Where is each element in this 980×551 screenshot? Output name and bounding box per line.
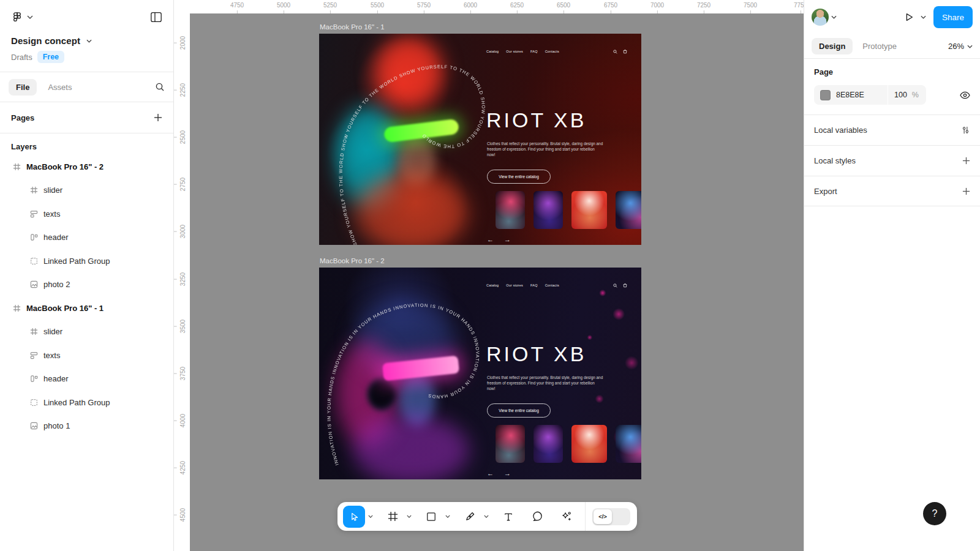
nav-link-our-stores: Our stores: [506, 50, 523, 53]
dashed-square-icon: [29, 398, 38, 407]
present-chevron-icon[interactable]: [921, 15, 926, 19]
nav-link-faq: FAQ: [530, 283, 538, 287]
figma-logo-icon[interactable]: [11, 11, 23, 23]
design-frame-2[interactable]: MacBook Pro 16" - 2 INNOVATION IS IN YOU…: [319, 268, 641, 479]
add-export-icon[interactable]: [962, 187, 970, 195]
nav-link-catalog: Catalog: [486, 50, 499, 53]
layer-row-header[interactable]: header: [0, 226, 173, 250]
hero-cta-button: View the entire catalog: [487, 170, 551, 184]
avatar[interactable]: [812, 9, 829, 26]
add-page-icon[interactable]: [154, 113, 162, 122]
hero-cart-icon: [623, 283, 627, 288]
breadcrumb-drafts[interactable]: Drafts: [11, 53, 32, 62]
layers-header: Layers: [0, 133, 173, 155]
slider-thumbnail: [571, 425, 607, 463]
hero-description: Clothes that reflect your personality. B…: [487, 375, 603, 392]
slider-thumbnails: [496, 425, 641, 463]
layer-row-photo-2[interactable]: photo 2: [0, 273, 173, 297]
variables-sliders-icon[interactable]: [961, 126, 970, 135]
jacket-glow: [353, 416, 469, 479]
tab-design[interactable]: Design: [812, 38, 853, 54]
local-styles-row[interactable]: Local styles: [804, 145, 980, 176]
layer-row-frame-2[interactable]: MacBook Pro 16" - 2: [0, 155, 173, 179]
help-button[interactable]: ?: [923, 502, 946, 525]
account-chevron-icon[interactable]: [831, 15, 837, 19]
tab-prototype[interactable]: Prototype: [855, 38, 904, 54]
page-color-swatch[interactable]: [820, 90, 831, 100]
page-section-title: Page: [814, 67, 970, 77]
visibility-eye-icon[interactable]: [960, 91, 970, 99]
arrow-left-icon: ←: [487, 236, 494, 243]
search-icon[interactable]: [155, 82, 165, 92]
horizontal-ruler: 4750 5000 5250 5500 5750 6000 6250 6500 …: [174, 0, 804, 13]
shape-tool-chevron-icon[interactable]: [443, 506, 452, 528]
slider-thumbnail: [571, 191, 607, 229]
file-menu-chevron-icon[interactable]: [86, 39, 92, 43]
plan-badge[interactable]: Free: [37, 51, 64, 63]
move-tool-button[interactable]: [343, 506, 365, 528]
dashed-square-icon: [29, 257, 38, 265]
toggle-sidebar-icon[interactable]: [150, 12, 162, 23]
page-color-hex[interactable]: 8E8E8E: [836, 91, 864, 99]
chevron-down-icon[interactable]: [27, 15, 33, 19]
slider-arrows: ← →: [487, 470, 511, 477]
left-sidebar: Design concept Drafts Free File Assets P…: [0, 0, 174, 551]
image-icon: [29, 280, 38, 289]
design-frame-1[interactable]: MacBook Pro 16" - 1 SHOW YOURSELF TO THE…: [319, 34, 641, 245]
frame-label[interactable]: MacBook Pro 16" - 1: [320, 23, 385, 31]
add-style-icon[interactable]: [962, 157, 970, 165]
layer-row-texts[interactable]: texts: [0, 343, 173, 367]
page-opacity-value[interactable]: 100: [894, 91, 907, 99]
hero-search-icon: [613, 283, 617, 288]
tab-assets[interactable]: Assets: [40, 79, 79, 96]
rows-icon: [29, 351, 38, 359]
export-row[interactable]: Export: [804, 176, 980, 206]
page-color-field[interactable]: 8E8E8E 100 %: [814, 85, 926, 105]
hero-title: RIOT XB: [486, 342, 586, 366]
layer-row-linked-path-group[interactable]: Linked Path Group: [0, 249, 173, 273]
layer-row-photo-1[interactable]: photo 1: [0, 414, 173, 438]
shape-tool-button[interactable]: [420, 506, 442, 528]
move-tool-chevron-icon[interactable]: [366, 506, 375, 528]
layer-row-slider[interactable]: slider: [0, 320, 173, 344]
nav-link-our-stores: Our stores: [506, 283, 523, 287]
frame-tool-chevron-icon[interactable]: [405, 506, 413, 528]
hero-title: RIOT XB: [486, 108, 586, 132]
layer-row-frame-1[interactable]: MacBook Pro 16" - 1: [0, 296, 173, 320]
layer-row-header[interactable]: header: [0, 367, 173, 391]
actions-tool-button[interactable]: [555, 506, 577, 528]
layer-row-slider[interactable]: slider: [0, 179, 173, 203]
layer-row-linked-path-group[interactable]: Linked Path Group: [0, 391, 173, 414]
hero-navbar: Catalog Our stores FAQ Contacts: [486, 283, 627, 288]
rows-icon: [29, 209, 38, 218]
canvas-toolbar: </>: [337, 502, 637, 531]
frame-icon: [29, 328, 38, 336]
dev-mode-toggle[interactable]: </>: [592, 508, 630, 525]
right-panel: Share Design Prototype 26% Page 8E8E8E 1…: [804, 0, 980, 551]
layer-row-texts[interactable]: texts: [0, 202, 173, 226]
arrow-right-icon: →: [504, 470, 511, 477]
zoom-level-control[interactable]: 26%: [948, 42, 973, 51]
hero-artboard-purple: INNOVATION IS IN YOUR HANDS INNOVATION I…: [319, 268, 641, 479]
slider-thumbnail: [496, 425, 525, 463]
file-title: Design concept: [11, 36, 80, 46]
headphones: [367, 378, 396, 411]
pen-tool-button[interactable]: [459, 506, 481, 528]
hero-artboard-red: SHOW YOURSELF TO THE WORLD SHOW YOURSELF…: [319, 34, 641, 245]
frame-tool-button[interactable]: [382, 506, 404, 528]
slider-thumbnail: [496, 191, 525, 229]
frame-label[interactable]: MacBook Pro 16" - 2: [320, 257, 385, 264]
hero-cart-icon: [623, 49, 627, 54]
tab-file[interactable]: File: [9, 79, 37, 96]
text-tool-button[interactable]: [497, 506, 519, 528]
comment-tool-button[interactable]: [526, 506, 548, 528]
frame-icon: [29, 186, 38, 195]
frame-icon: [12, 304, 21, 312]
vertical-ruler: 2000 2250 2500 2750 3000 3250 3500 3750 …: [174, 13, 190, 551]
slider-thumbnail: [533, 191, 563, 229]
share-button[interactable]: Share: [933, 6, 973, 28]
pen-tool-chevron-icon[interactable]: [482, 506, 491, 528]
zoom-level-value: 26%: [948, 42, 964, 51]
present-play-icon[interactable]: [903, 12, 914, 23]
local-variables-row[interactable]: Local variables: [804, 114, 980, 145]
